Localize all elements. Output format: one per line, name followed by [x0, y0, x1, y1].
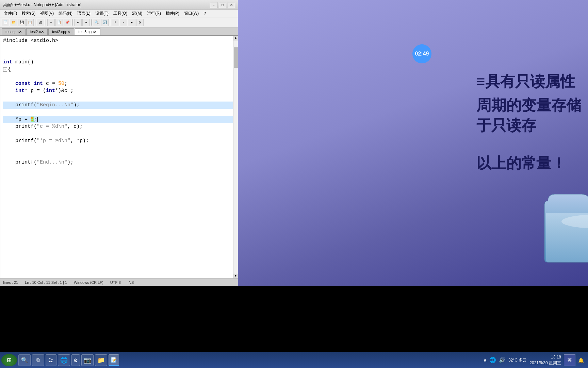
toolbar-redo[interactable]: ↪: [82, 19, 90, 26]
scrollbar-thumb[interactable]: [234, 47, 238, 68]
tray-expand[interactable]: ∧: [483, 357, 487, 364]
code-line-3: [3, 51, 235, 59]
folder-icon[interactable]: [541, 181, 588, 273]
clock-time: 13:18: [529, 354, 561, 360]
taskbar: ⊞ 🔍 ⧉ 🗂 🌐 ⚙ 📷 📁 📝 ∧ 🌐 🔊 32°C 多云 13:18 20…: [0, 352, 588, 368]
clock-date: 2021/6/30 星期三: [529, 360, 561, 366]
toolbar-sep4: [91, 19, 92, 26]
notepad-window: 桌面\c++\test.c - Notepad++ [Administrator…: [0, 0, 238, 286]
tab-test3-cpp[interactable]: test3.cpp✕: [75, 28, 101, 35]
code-line-6: [3, 73, 235, 80]
text-cursor: [37, 117, 38, 122]
taskbar-media[interactable]: 📷: [81, 354, 94, 366]
taskbar-explorer[interactable]: 🗂: [46, 354, 56, 366]
toolbar-sep1: [35, 19, 35, 26]
toolbar-zoomout[interactable]: -: [120, 19, 127, 26]
code-line-14: [3, 130, 235, 137]
code-line-1: #include <stdio.h>: [3, 37, 235, 44]
toolbar-cut[interactable]: ✂: [47, 19, 55, 26]
menu-tools[interactable]: 工具(O): [111, 10, 129, 17]
menu-language[interactable]: 语言(L): [75, 10, 93, 17]
taskbar-settings[interactable]: ⚙: [71, 354, 80, 366]
menu-run[interactable]: 运行(R): [145, 10, 163, 17]
status-ins: INS: [128, 280, 134, 285]
menu-file[interactable]: 文件(F): [2, 10, 19, 17]
toolbar-sep2: [46, 19, 46, 26]
toolbar-paste[interactable]: 📌: [64, 19, 71, 26]
toolbar-zoomin[interactable]: +: [112, 19, 119, 26]
tray-notification[interactable]: 🔔: [578, 357, 584, 363]
menu-macro[interactable]: 宏(M): [130, 10, 144, 17]
code-line-16: [3, 144, 235, 152]
desktop-area: 02:49 ≡具有只读属性 周期的变量存储于只读存 以上的常量！: [238, 0, 588, 286]
menu-bar: 文件(F) 搜索(S) 视图(V) 编码(N) 语言(L) 设置(T) 工具(O…: [0, 10, 238, 17]
status-crlf: Windows (CR LF): [74, 280, 103, 285]
tab-bar: test.cpp✕ test2.c✕ test2.cpp✕ test3.cpp✕: [0, 28, 238, 36]
toolbar-print[interactable]: 🖨: [37, 19, 44, 26]
fold-icon[interactable]: -: [3, 67, 7, 72]
start-button[interactable]: ⊞: [1, 354, 17, 366]
code-line-11: [3, 109, 235, 116]
tab-test2-c[interactable]: test2.c✕: [26, 28, 48, 35]
menu-settings[interactable]: 设置(T): [93, 10, 111, 17]
toolbar-find[interactable]: 🔍: [93, 19, 100, 26]
slide-line1: ≡具有只读属性: [476, 72, 575, 92]
toolbar-replace[interactable]: 🔄: [101, 19, 109, 26]
code-line-9: [3, 94, 235, 102]
toolbar-new[interactable]: 📄: [2, 19, 9, 26]
window-title: 桌面\c++\test.c - Notepad++ [Administrator…: [3, 2, 81, 8]
status-lines: lines : 21: [3, 280, 18, 285]
toolbar-macro[interactable]: ⚙: [136, 19, 144, 26]
code-editor[interactable]: #include <stdio.h> int main() - { const: [0, 36, 238, 278]
toolbar-copy[interactable]: 📋: [55, 19, 63, 26]
code-line-4: int main(): [3, 59, 235, 66]
language-label: 英: [568, 357, 572, 363]
code-line-7: const int c = 50 ;: [3, 80, 235, 87]
taskbar-taskview[interactable]: ⧉: [32, 354, 44, 366]
toolbar-saveall[interactable]: 📋: [26, 19, 34, 26]
code-line-17: [3, 152, 235, 159]
toolbar-save[interactable]: 💾: [18, 19, 26, 26]
tray-volume[interactable]: 🔊: [499, 357, 506, 364]
status-position: Ln : 10 Col : 11 Sel : 1 | 1: [25, 280, 67, 285]
code-line-5: - {: [3, 66, 235, 73]
system-clock[interactable]: 13:18 2021/6/30 星期三: [529, 354, 561, 366]
toolbar-sep5: [110, 19, 110, 26]
code-line-15: printf( "*p = %d\n" , *p);: [3, 137, 235, 144]
toolbar-sep3: [72, 19, 73, 26]
code-line-13: printf( "c = %d\n" , c);: [3, 123, 235, 130]
close-button[interactable]: ✕: [228, 2, 235, 8]
taskbar-folder2[interactable]: 📁: [95, 354, 107, 366]
toolbar-undo[interactable]: ↩: [74, 19, 82, 26]
menu-view[interactable]: 视图(V): [38, 10, 56, 17]
title-bar: 桌面\c++\test.c - Notepad++ [Administrator…: [0, 0, 238, 10]
tray-network[interactable]: 🌐: [489, 357, 496, 364]
language-button[interactable]: 英: [564, 354, 575, 366]
menu-window[interactable]: 窗口(W): [182, 10, 201, 17]
toolbar: 📄 📂 💾 📋 🖨 ✂ 📋 📌 ↩ ↪ 🔍 🔄 + - ▶ ⚙: [0, 17, 238, 28]
menu-search[interactable]: 搜索(S): [20, 10, 37, 17]
menu-help[interactable]: ?: [201, 11, 208, 17]
tab-test-cpp[interactable]: test.cpp✕: [2, 28, 26, 35]
maximize-button[interactable]: □: [219, 2, 226, 8]
menu-plugins[interactable]: 插件(P): [164, 10, 181, 17]
taskbar-ie[interactable]: 🌐: [58, 354, 70, 366]
menu-encoding[interactable]: 编码(N): [56, 10, 75, 17]
tab-test2-cpp[interactable]: test2.cpp✕: [48, 28, 74, 35]
window-controls: － □ ✕: [210, 2, 235, 8]
status-bar: lines : 21 Ln : 10 Col : 11 Sel : 1 | 1 …: [0, 278, 238, 286]
taskbar-notepad[interactable]: 📝: [109, 354, 119, 366]
minimize-button[interactable]: －: [210, 2, 217, 8]
code-line-10: printf( "Begin...\n" );: [3, 102, 235, 109]
editor-area[interactable]: #include <stdio.h> int main() - { const: [0, 36, 238, 278]
tray-weather: 32°C 多云: [508, 357, 527, 363]
timer-text: 02:49: [415, 51, 429, 57]
code-line-2: [3, 44, 235, 51]
vertical-scrollbar[interactable]: ▲ ▼: [233, 36, 238, 278]
timer-badge: 02:49: [412, 44, 431, 63]
slide-line2: 周期的变量存储于只读存: [476, 95, 588, 136]
toolbar-run[interactable]: ▶: [128, 19, 135, 26]
code-line-8: int * p = ( int *)&c ;: [3, 87, 235, 94]
taskbar-search[interactable]: 🔍: [18, 354, 31, 366]
toolbar-open[interactable]: 📂: [10, 19, 17, 26]
